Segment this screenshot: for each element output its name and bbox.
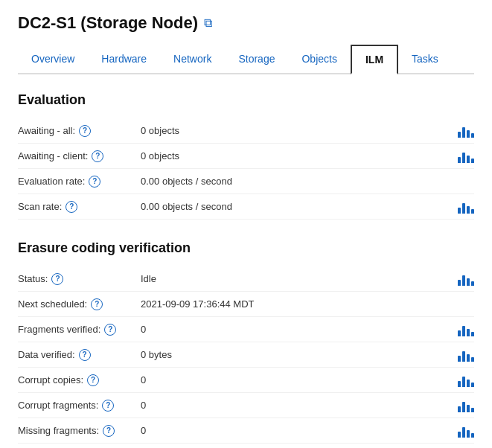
external-link-icon[interactable]: ⧉	[204, 16, 212, 30]
chart-icon-awaiting-all[interactable]	[458, 124, 474, 138]
chart-icon-fragments-verified[interactable]	[458, 323, 474, 336]
metric-value-awaiting-client: 0 objects	[141, 150, 458, 161]
tab-network[interactable]: Network	[160, 45, 225, 73]
tab-objects[interactable]: Objects	[288, 45, 350, 73]
metric-value-eval-rate: 0.00 objects / second	[141, 176, 474, 187]
help-icon-fragments-verified[interactable]: ?	[104, 324, 116, 336]
metric-row-awaiting-all: Awaiting - all: ? 0 objects	[18, 118, 474, 144]
tabs-row: Overview Hardware Network Storage Object…	[18, 45, 474, 74]
chart-icon-status[interactable]	[458, 272, 474, 286]
tab-tasks[interactable]: Tasks	[398, 45, 452, 73]
help-icon-scan-rate[interactable]: ?	[66, 201, 77, 213]
help-icon-awaiting-all[interactable]: ?	[79, 125, 91, 137]
metric-value-data-verified: 0 bytes	[141, 349, 458, 360]
metric-label-missing-fragments: Missing fragments: ?	[18, 425, 141, 437]
metric-row-eval-rate: Evaluation rate: ? 0.00 objects / second	[18, 169, 474, 194]
page-container: DC2-S1 (Storage Node) ⧉ Overview Hardwar…	[0, 0, 492, 448]
chart-icon-corrupt-fragments[interactable]	[458, 399, 474, 412]
metric-value-scan-rate: 0.00 objects / second	[141, 201, 458, 212]
metric-value-fragments-verified: 0	[141, 324, 458, 335]
metric-label-awaiting-client: Awaiting - client: ?	[18, 150, 141, 162]
metric-label-scan-rate: Scan rate: ?	[18, 201, 141, 213]
metric-value-corrupt-fragments: 0	[141, 400, 458, 411]
metric-row-scan-rate: Scan rate: ? 0.00 objects / second	[18, 194, 474, 220]
metric-row-corrupt-copies: Corrupt copies: ? 0	[18, 368, 474, 393]
metric-label-awaiting-all: Awaiting - all: ?	[18, 125, 141, 137]
metric-label-next-scheduled: Next scheduled: ?	[18, 298, 141, 310]
metric-value-next-scheduled: 2021-09-09 17:36:44 MDT	[141, 298, 474, 310]
chart-icon-missing-fragments[interactable]	[458, 424, 474, 438]
chart-icon-corrupt-copies[interactable]	[458, 374, 474, 387]
metric-label-status: Status: ?	[18, 273, 141, 285]
erasure-coding-section: Erasure coding verification Status: ? Id…	[18, 240, 474, 444]
metric-label-data-verified: Data verified: ?	[18, 349, 141, 361]
metric-label-eval-rate: Evaluation rate: ?	[18, 176, 141, 188]
help-icon-status[interactable]: ?	[51, 273, 63, 285]
metric-row-next-scheduled: Next scheduled: ? 2021-09-09 17:36:44 MD…	[18, 292, 474, 317]
help-icon-next-scheduled[interactable]: ?	[91, 298, 103, 310]
chart-icon-scan-rate[interactable]	[458, 200, 474, 214]
tab-overview[interactable]: Overview	[18, 45, 88, 73]
chart-icon-data-verified[interactable]	[458, 348, 474, 362]
help-icon-missing-fragments[interactable]: ?	[103, 425, 115, 437]
metric-row-missing-fragments: Missing fragments: ? 0	[18, 418, 474, 444]
tab-ilm[interactable]: ILM	[351, 45, 398, 74]
metric-label-fragments-verified: Fragments verified: ?	[18, 324, 141, 336]
help-icon-eval-rate[interactable]: ?	[89, 176, 100, 188]
metric-row-awaiting-client: Awaiting - client: ? 0 objects	[18, 144, 474, 169]
metric-row-data-verified: Data verified: ? 0 bytes	[18, 342, 474, 368]
metric-row-corrupt-fragments: Corrupt fragments: ? 0	[18, 393, 474, 418]
metric-value-awaiting-all: 0 objects	[141, 125, 458, 136]
evaluation-section: Evaluation Awaiting - all: ? 0 objects A…	[18, 92, 474, 220]
page-title: DC2-S1 (Storage Node)	[18, 13, 198, 33]
metric-value-status: Idle	[141, 273, 458, 284]
metric-value-corrupt-copies: 0	[141, 374, 458, 385]
metric-label-corrupt-copies: Corrupt copies: ?	[18, 374, 141, 386]
help-icon-awaiting-client[interactable]: ?	[92, 150, 103, 162]
help-icon-corrupt-fragments[interactable]: ?	[102, 400, 114, 412]
metric-label-corrupt-fragments: Corrupt fragments: ?	[18, 400, 141, 412]
metric-row-fragments-verified: Fragments verified: ? 0	[18, 317, 474, 342]
metric-row-status: Status: ? Idle	[18, 266, 474, 292]
help-icon-corrupt-copies[interactable]: ?	[87, 374, 99, 386]
page-title-row: DC2-S1 (Storage Node) ⧉	[18, 13, 474, 33]
evaluation-title: Evaluation	[18, 92, 474, 108]
tab-hardware[interactable]: Hardware	[88, 45, 160, 73]
chart-icon-awaiting-client[interactable]	[458, 150, 474, 163]
tab-storage[interactable]: Storage	[225, 45, 288, 73]
metric-value-missing-fragments: 0	[141, 425, 458, 436]
erasure-coding-title: Erasure coding verification	[18, 240, 474, 256]
help-icon-data-verified[interactable]: ?	[79, 349, 91, 361]
